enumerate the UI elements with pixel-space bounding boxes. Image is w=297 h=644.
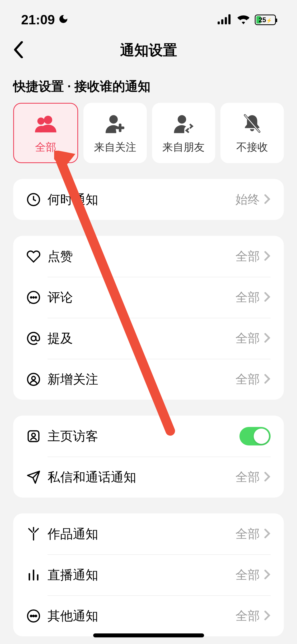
row-other[interactable]: 其他通知 全部 (13, 595, 284, 636)
svg-point-15 (33, 297, 34, 298)
back-button[interactable] (13, 41, 24, 59)
svg-point-4 (44, 116, 52, 124)
chevron-right-icon (264, 610, 271, 622)
row-label: 提及 (48, 330, 235, 347)
clock-icon (26, 192, 48, 207)
quick-label: 来自朋友 (162, 140, 205, 154)
settings-group-content: 作品通知 全部 直播通知 全部 其他通知 全部 (13, 513, 284, 636)
row-value: 全部 (235, 330, 260, 347)
status-time: 21:09 (21, 12, 55, 27)
home-indicator[interactable] (93, 633, 204, 637)
row-value: 始终 (235, 191, 260, 208)
row-value: 全部 (235, 526, 260, 542)
settings-group-visitor: 主页访客 私信和通话通知 全部 (13, 416, 284, 498)
friend-swap-icon (173, 113, 194, 134)
row-label: 其他通知 (48, 608, 235, 624)
settings-group-interactions: 点赞 全部 评论 全部 提及 全部 (13, 236, 284, 400)
bars-icon (26, 568, 48, 582)
more-circle-icon (26, 609, 48, 623)
row-visitor[interactable]: 主页访客 (13, 416, 284, 457)
svg-point-14 (31, 297, 32, 298)
row-when-notify[interactable]: 何时通知 始终 (13, 179, 284, 220)
chevron-right-icon (264, 374, 271, 385)
quick-card-friend[interactable]: 来自朋友 (152, 103, 215, 163)
chevron-right-icon (264, 292, 271, 303)
header: 通知设置 (0, 32, 297, 69)
svg-line-23 (29, 528, 32, 532)
moon-icon (58, 12, 69, 27)
heart-icon (26, 249, 48, 264)
chevron-right-icon (264, 251, 271, 262)
sparkle-icon (26, 527, 48, 541)
svg-rect-0 (218, 21, 220, 24)
comment-icon (26, 290, 48, 305)
group-icon (34, 113, 58, 134)
toggle-visitor[interactable] (239, 427, 271, 445)
quick-label: 来自关注 (94, 140, 136, 154)
row-label: 直播通知 (48, 567, 235, 583)
svg-point-30 (30, 615, 32, 617)
chevron-right-icon (264, 569, 271, 581)
row-value: 全部 (235, 371, 260, 388)
quick-card-follow[interactable]: 来自关注 (83, 103, 147, 163)
row-label: 新增关注 (48, 371, 235, 388)
row-dm[interactable]: 私信和通话通知 全部 (13, 457, 284, 498)
row-value: 全部 (235, 469, 260, 485)
svg-point-16 (35, 297, 37, 298)
status-bar: 21:09 25⚡ (0, 0, 297, 32)
quick-label: 不接收 (236, 140, 268, 154)
row-label: 作品通知 (48, 526, 235, 542)
at-icon (26, 331, 48, 346)
row-mention[interactable]: 提及 全部 (13, 318, 284, 359)
row-value: 全部 (235, 567, 260, 583)
user-circle-icon (26, 372, 48, 387)
follow-add-icon (105, 113, 126, 134)
signal-icon (218, 14, 232, 25)
battery-icon: 25⚡ (255, 15, 276, 25)
svg-point-31 (33, 615, 34, 617)
chevron-right-icon (264, 528, 271, 540)
svg-point-21 (32, 433, 35, 437)
page-title: 通知设置 (120, 41, 177, 60)
svg-rect-8 (116, 126, 124, 129)
row-live[interactable]: 直播通知 全部 (13, 554, 284, 595)
svg-point-6 (109, 115, 118, 123)
row-label: 评论 (48, 289, 235, 306)
status-right: 25⚡ (218, 14, 276, 25)
row-label: 点赞 (48, 248, 235, 265)
svg-point-5 (37, 118, 44, 125)
quick-card-none[interactable]: 不接收 (220, 103, 284, 163)
row-works[interactable]: 作品通知 全部 (13, 513, 284, 554)
svg-point-32 (35, 615, 36, 617)
wifi-icon (237, 14, 250, 25)
row-new-follow[interactable]: 新增关注 全部 (13, 359, 284, 400)
svg-point-17 (31, 336, 36, 341)
row-value: 全部 (235, 608, 260, 624)
send-icon (26, 470, 48, 484)
svg-rect-2 (225, 17, 227, 24)
svg-point-19 (32, 376, 35, 380)
row-label: 主页访客 (48, 428, 239, 445)
settings-group-when: 何时通知 始终 (13, 179, 284, 220)
svg-rect-3 (228, 14, 230, 24)
row-value: 全部 (235, 289, 260, 306)
row-comment[interactable]: 评论 全部 (13, 277, 284, 318)
quick-card-all[interactable]: 全部 (13, 103, 78, 163)
row-like[interactable]: 点赞 全部 (13, 236, 284, 277)
profile-card-icon (26, 429, 48, 443)
chevron-right-icon (264, 471, 271, 483)
bell-off-icon (242, 113, 263, 134)
chevron-right-icon (264, 333, 271, 344)
quick-label: 全部 (35, 140, 56, 154)
chevron-right-icon (264, 194, 271, 205)
svg-point-9 (178, 115, 186, 123)
row-value: 全部 (235, 248, 260, 265)
svg-rect-1 (221, 19, 223, 24)
quick-section-label: 快捷设置 · 接收谁的通知 (0, 69, 297, 103)
row-label: 何时通知 (48, 191, 235, 208)
svg-line-24 (35, 528, 39, 532)
status-left: 21:09 (21, 12, 69, 27)
quick-settings-row: 全部 来自关注 来自朋友 (0, 103, 297, 163)
row-label: 私信和通话通知 (48, 469, 235, 486)
